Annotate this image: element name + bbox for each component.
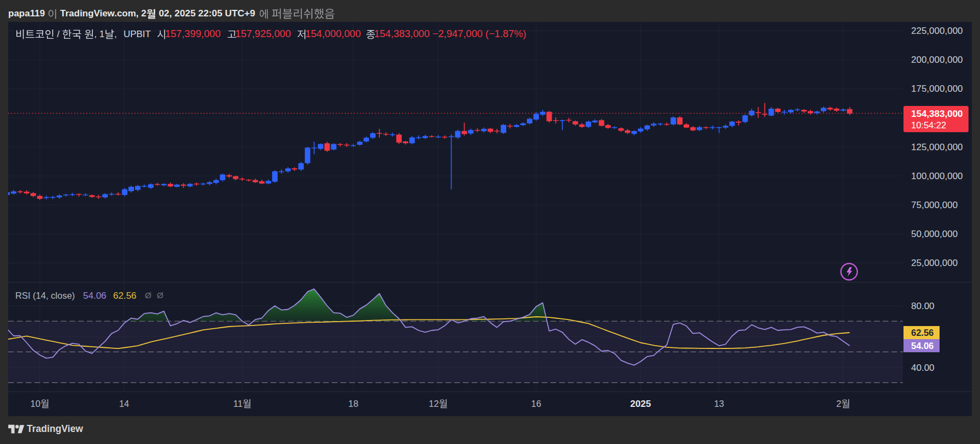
svg-text:100,000,000: 100,000,000 <box>911 171 963 181</box>
svg-text:50,000,000: 50,000,000 <box>911 229 958 239</box>
svg-text:54.06: 54.06 <box>83 291 107 301</box>
svg-text:11: 11 <box>233 399 243 409</box>
svg-text:Ø: Ø <box>145 291 151 300</box>
svg-text:25,000,000: 25,000,000 <box>911 258 958 268</box>
svg-text:157,925,000: 157,925,000 <box>236 28 291 39</box>
svg-text:18: 18 <box>348 399 358 409</box>
svg-text:157,399,000: 157,399,000 <box>165 28 221 39</box>
svg-text:225,000,000: 225,000,000 <box>911 26 963 36</box>
svg-text:,: , <box>114 29 117 39</box>
svg-text:16: 16 <box>531 399 541 409</box>
svg-text:/: / <box>57 29 60 39</box>
svg-text:62.56: 62.56 <box>911 328 934 338</box>
svg-text:papa119: papa119 <box>8 8 45 19</box>
svg-text:54.06: 54.06 <box>911 341 934 351</box>
svg-text:RSI (14, close): RSI (14, close) <box>15 291 75 300</box>
svg-text:14: 14 <box>119 399 129 409</box>
svg-text:200,000,000: 200,000,000 <box>911 55 963 65</box>
svg-text:154,383,000: 154,383,000 <box>911 109 963 119</box>
svg-text:80.00: 80.00 <box>911 301 935 311</box>
svg-text:UPBIT: UPBIT <box>124 29 151 39</box>
svg-text:02, 2025 22:05 UTC+9: 02, 2025 22:05 UTC+9 <box>159 8 255 19</box>
svg-text:13: 13 <box>714 399 724 409</box>
svg-text:175,000,000: 175,000,000 <box>911 84 963 94</box>
svg-text:154,000,000: 154,000,000 <box>306 28 361 39</box>
svg-text:Ø: Ø <box>157 291 163 300</box>
svg-text:10:54:22: 10:54:22 <box>911 120 946 130</box>
svg-text:2025: 2025 <box>630 399 651 409</box>
svg-text:12: 12 <box>429 399 439 409</box>
svg-text:62.56: 62.56 <box>113 291 137 301</box>
svg-text:75,000,000: 75,000,000 <box>911 200 958 210</box>
svg-text:−2,947,000 (−1.87%): −2,947,000 (−1.87%) <box>432 28 526 39</box>
svg-text:154,383,000: 154,383,000 <box>374 28 430 39</box>
svg-text:10: 10 <box>31 399 40 409</box>
svg-text:, 1: , 1 <box>94 29 104 39</box>
svg-text:TradingView.com, 2: TradingView.com, 2 <box>60 8 146 19</box>
svg-text:2: 2 <box>836 399 841 409</box>
svg-text:40.00: 40.00 <box>911 363 935 373</box>
svg-text:125,000,000: 125,000,000 <box>911 142 963 152</box>
svg-text:TradingView: TradingView <box>27 423 83 434</box>
